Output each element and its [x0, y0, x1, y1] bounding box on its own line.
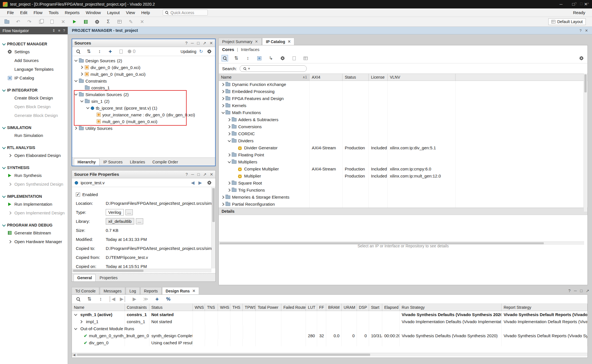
chevron-right-icon[interactable]	[80, 66, 83, 69]
runs-column-run-strategy[interactable]: Run Strategy	[400, 304, 502, 311]
chevron-down-icon[interactable]	[2, 165, 6, 169]
layout-selector[interactable]: Default Layout	[548, 18, 586, 25]
run-row-mult-gen-0-synth-1[interactable]: ✔mult_gen_0_synth_1 mult_gen_0synth_desi…	[72, 332, 587, 339]
menu-layout[interactable]: Layout	[104, 9, 123, 16]
column-header-vlnv[interactable]: VLNV	[388, 74, 456, 81]
settings-gear-icon[interactable]	[578, 55, 585, 62]
runs-column-ff[interactable]: FF	[317, 304, 326, 311]
runs-column-constraints[interactable]: Constraints	[125, 304, 149, 311]
column-header-status[interactable]: Status	[343, 74, 369, 81]
runs-column-tns[interactable]: TNS	[205, 304, 218, 311]
expand-all-icon[interactable]: ↕	[96, 48, 103, 55]
flownav-help-icon[interactable]: ?	[63, 28, 65, 33]
minimize-flownav-icon[interactable]: ⇕	[52, 28, 55, 33]
catalog-row-divider-generator[interactable]: Divider Generator AXI4-Stream Production…	[219, 144, 587, 151]
run-icon[interactable]	[71, 18, 78, 25]
chevron-right-icon[interactable]	[227, 188, 230, 192]
redo-icon[interactable]: ↷	[26, 18, 33, 25]
column-header-axi4[interactable]: AXI4	[310, 74, 343, 81]
enabled-checkbox[interactable]: ✓	[76, 192, 80, 197]
flownav-item-run-synthesis[interactable]: Run Synthesis	[0, 171, 68, 180]
float-panel-icon[interactable]: ↗	[586, 1, 589, 6]
sources-panel-header[interactable]: Sources ? ─ □ ↗ ✕	[72, 39, 215, 47]
open-project-icon[interactable]	[3, 18, 10, 25]
chevron-down-icon[interactable]	[74, 79, 78, 82]
interfaces-link[interactable]: Interfaces	[241, 47, 259, 52]
runs-column-report-strategy[interactable]: Report Strategy	[502, 304, 587, 311]
scroll-left-icon[interactable]: ◀	[72, 353, 76, 356]
chevron-down-icon[interactable]	[2, 145, 6, 149]
flownav-menu-icon[interactable]: ≡	[58, 28, 60, 33]
runs-column-name[interactable]: Name	[72, 304, 125, 311]
menu-window[interactable]: Window	[83, 9, 104, 16]
close-tab-icon[interactable]: ✕	[192, 289, 195, 293]
chevron-down-icon[interactable]	[74, 92, 78, 96]
chevron-right-icon[interactable]	[79, 320, 82, 323]
chevron-right-icon[interactable]	[8, 240, 11, 243]
tree-node-constrs-1[interactable]: constrs_1	[72, 84, 215, 91]
flownav-item-generate-block-design[interactable]: Generate Block Design	[0, 111, 68, 120]
catalog-row-partial-reconfiguration[interactable]: Partial Reconfiguration	[219, 201, 587, 208]
filter-badge-icon[interactable]: 0	[128, 48, 135, 55]
chevron-right-icon[interactable]	[221, 104, 224, 107]
details-toggle-icon[interactable]	[302, 55, 309, 62]
flownav-header-synthesis[interactable]: SYNTHESIS	[0, 164, 68, 171]
tree-node-div-gen-0[interactable]: div_gen_0 (div_gen_0.xci)	[72, 64, 215, 71]
expand-all-icon[interactable]: ↕	[244, 55, 251, 62]
collapse-all-icon[interactable]: ⇅	[233, 55, 240, 62]
tree-node-constraints[interactable]: Constraints	[72, 77, 215, 84]
close-tab-icon[interactable]: ✕	[288, 39, 291, 44]
console-tab-reports[interactable]: Reports	[140, 287, 162, 294]
minimize-panel-icon[interactable]: ─	[191, 41, 194, 45]
flownav-header-project-manager[interactable]: PROJECT MANAGER	[0, 41, 68, 47]
pm-help-icon[interactable]: ?	[580, 28, 582, 33]
cancel-icon[interactable]: ✕	[139, 18, 145, 25]
runs-column-dsp[interactable]: DSP	[357, 304, 369, 311]
browse-button[interactable]: …	[125, 209, 133, 215]
taxonomy-icon[interactable]	[256, 55, 263, 62]
catalog-row-dividers[interactable]: Dividers	[219, 137, 587, 144]
flownav-item-ip-catalog[interactable]: IP Catalog	[0, 74, 68, 82]
settings-gear-icon[interactable]	[94, 18, 100, 25]
chevron-right-icon[interactable]	[221, 203, 224, 206]
add-sources-icon[interactable]: +	[107, 48, 114, 55]
chevron-right-icon[interactable]	[227, 132, 230, 135]
runs-column-lut[interactable]: LUT	[306, 304, 317, 311]
close-tab-icon[interactable]: ✕	[255, 39, 258, 44]
tab-properties[interactable]: Properties	[96, 274, 121, 281]
flownav-item-settings[interactable]: Settings	[0, 47, 68, 56]
flownav-header-program-and-debug[interactable]: PROGRAM AND DEBUG	[0, 222, 68, 228]
flownav-item-open-hardware-manager[interactable]: Open Hardware Manager	[0, 237, 68, 246]
flownav-item-open-implemented-design[interactable]: Open Implemented Design	[0, 208, 68, 217]
tree-node-sim-1[interactable]: sim_1 (2)	[72, 98, 215, 105]
chevron-down-icon[interactable]	[74, 59, 78, 62]
copy-icon[interactable]	[37, 18, 44, 25]
console-tab-tcl-console[interactable]: Tcl Console	[72, 287, 99, 294]
flownav-item-run-implementation[interactable]: Run Implementation	[0, 200, 68, 208]
catalog-row-kernels[interactable]: Kernels	[219, 102, 587, 109]
maximize-panel-icon[interactable]: □	[197, 41, 199, 45]
chevron-right-icon[interactable]	[221, 83, 224, 86]
minimize-panel-icon[interactable]: ─	[191, 172, 194, 177]
open-file-icon[interactable]	[118, 48, 124, 55]
chevron-right-icon[interactable]	[227, 118, 230, 121]
prop-value-field[interactable]: Verilog	[106, 209, 124, 216]
chevron-down-icon[interactable]	[228, 139, 231, 142]
catalog-row-dynamic-function-exchange[interactable]: Dynamic Function eXchange	[219, 81, 587, 88]
chevron-right-icon[interactable]	[227, 181, 230, 185]
cores-link[interactable]: Cores	[222, 47, 234, 52]
flownav-item-language-templates[interactable]: Language Templates	[0, 65, 68, 74]
chevron-down-icon[interactable]	[2, 223, 6, 227]
run-row-out-of-context-module-runs[interactable]: Out-of-Context Module Runs	[72, 325, 587, 332]
runs-column-total-power[interactable]: Total Power	[256, 304, 281, 311]
chevron-down-icon[interactable]	[222, 110, 225, 114]
help-icon[interactable]: ?	[185, 41, 187, 45]
tree-node-simulation-sources[interactable]: Simulation Sources (2)	[72, 91, 215, 98]
layout-grid-icon[interactable]	[116, 18, 123, 25]
refresh-icon[interactable]: ↻	[199, 49, 203, 54]
menu-edit[interactable]: Edit	[17, 9, 30, 16]
minimize-panel-icon[interactable]: ─	[574, 288, 577, 293]
tab-hierarchy[interactable]: Hierarchy	[74, 158, 100, 166]
chevron-right-icon[interactable]	[227, 125, 230, 128]
catalog-row-floating-point[interactable]: Floating Point	[219, 151, 587, 158]
